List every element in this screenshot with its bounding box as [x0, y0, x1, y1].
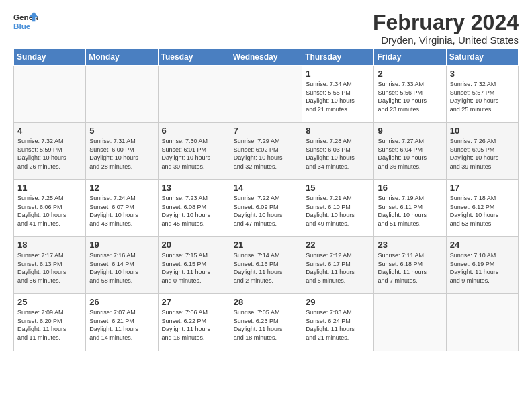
day-info: Sunrise: 7:17 AM Sunset: 6:13 PM Dayligh… — [17, 251, 83, 285]
day-number: 22 — [306, 240, 371, 250]
day-number: 5 — [89, 126, 154, 136]
day-info: Sunrise: 7:27 AM Sunset: 6:04 PM Dayligh… — [378, 137, 443, 171]
calendar-day — [230, 66, 302, 123]
calendar-week-4: 18Sunrise: 7:17 AM Sunset: 6:13 PM Dayli… — [14, 237, 519, 294]
day-info: Sunrise: 7:32 AM Sunset: 5:57 PM Dayligh… — [450, 80, 515, 113]
calendar-day — [446, 294, 518, 351]
day-info: Sunrise: 7:07 AM Sunset: 6:21 PM Dayligh… — [89, 308, 154, 342]
day-number: 15 — [306, 183, 371, 193]
calendar-week-5: 25Sunrise: 7:09 AM Sunset: 6:20 PM Dayli… — [14, 294, 519, 351]
day-number: 2 — [378, 68, 443, 79]
day-info: Sunrise: 7:26 AM Sunset: 6:05 PM Dayligh… — [450, 137, 515, 171]
header-row: Sunday Monday Tuesday Wednesday Thursday… — [14, 49, 519, 66]
day-number: 29 — [306, 297, 371, 307]
day-info: Sunrise: 7:15 AM Sunset: 6:15 PM Dayligh… — [162, 251, 227, 285]
day-info: Sunrise: 7:03 AM Sunset: 6:24 PM Dayligh… — [306, 308, 371, 342]
day-number: 26 — [89, 297, 154, 307]
calendar-week-3: 11Sunrise: 7:25 AM Sunset: 6:06 PM Dayli… — [14, 180, 519, 237]
day-info: Sunrise: 7:05 AM Sunset: 6:23 PM Dayligh… — [234, 308, 299, 342]
day-info: Sunrise: 7:09 AM Sunset: 6:20 PM Dayligh… — [17, 308, 83, 342]
calendar-day: 26Sunrise: 7:07 AM Sunset: 6:21 PM Dayli… — [86, 294, 158, 351]
day-info: Sunrise: 7:31 AM Sunset: 6:00 PM Dayligh… — [89, 137, 154, 171]
col-thursday: Thursday — [302, 49, 374, 66]
day-number: 6 — [162, 126, 227, 136]
month-title: February 2024 — [373, 11, 519, 34]
calendar-week-2: 4Sunrise: 7:32 AM Sunset: 5:59 PM Daylig… — [14, 123, 519, 180]
calendar-day: 4Sunrise: 7:32 AM Sunset: 5:59 PM Daylig… — [14, 123, 86, 180]
day-number: 25 — [17, 297, 83, 307]
calendar-day — [374, 294, 446, 351]
col-wednesday: Wednesday — [230, 49, 302, 66]
col-sunday: Sunday — [14, 49, 86, 66]
day-number: 12 — [89, 183, 154, 193]
calendar-week-1: 1Sunrise: 7:34 AM Sunset: 5:55 PM Daylig… — [14, 66, 519, 123]
calendar-day: 28Sunrise: 7:05 AM Sunset: 6:23 PM Dayli… — [230, 294, 302, 351]
calendar-day: 27Sunrise: 7:06 AM Sunset: 6:22 PM Dayli… — [158, 294, 230, 351]
col-friday: Friday — [374, 49, 446, 66]
day-info: Sunrise: 7:22 AM Sunset: 6:09 PM Dayligh… — [234, 194, 299, 228]
day-info: Sunrise: 7:21 AM Sunset: 6:10 PM Dayligh… — [306, 194, 371, 228]
day-number: 9 — [378, 126, 443, 136]
title-block: February 2024 Dryden, Virginia, United S… — [373, 11, 519, 46]
day-info: Sunrise: 7:28 AM Sunset: 6:03 PM Dayligh… — [306, 137, 371, 171]
calendar-day: 3Sunrise: 7:32 AM Sunset: 5:57 PM Daylig… — [446, 66, 518, 123]
calendar-day: 7Sunrise: 7:29 AM Sunset: 6:02 PM Daylig… — [230, 123, 302, 180]
day-info: Sunrise: 7:14 AM Sunset: 6:16 PM Dayligh… — [234, 251, 299, 285]
calendar-day: 22Sunrise: 7:12 AM Sunset: 6:17 PM Dayli… — [302, 237, 374, 294]
day-number: 17 — [450, 183, 515, 193]
calendar-day: 21Sunrise: 7:14 AM Sunset: 6:16 PM Dayli… — [230, 237, 302, 294]
calendar-day: 16Sunrise: 7:19 AM Sunset: 6:11 PM Dayli… — [374, 180, 446, 237]
calendar-day: 1Sunrise: 7:34 AM Sunset: 5:55 PM Daylig… — [302, 66, 374, 123]
calendar-day: 9Sunrise: 7:27 AM Sunset: 6:04 PM Daylig… — [374, 123, 446, 180]
calendar-day: 23Sunrise: 7:11 AM Sunset: 6:18 PM Dayli… — [374, 237, 446, 294]
main-container: General Blue February 2024 Dryden, Virgi… — [0, 0, 532, 358]
calendar-day — [86, 66, 158, 123]
day-number: 7 — [234, 126, 299, 136]
day-number: 14 — [234, 183, 299, 193]
day-number: 11 — [17, 183, 83, 193]
day-info: Sunrise: 7:06 AM Sunset: 6:22 PM Dayligh… — [162, 308, 227, 342]
day-info: Sunrise: 7:25 AM Sunset: 6:06 PM Dayligh… — [17, 194, 83, 228]
calendar-day: 24Sunrise: 7:10 AM Sunset: 6:19 PM Dayli… — [446, 237, 518, 294]
header: General Blue February 2024 Dryden, Virgi… — [13, 11, 519, 46]
calendar-table: Sunday Monday Tuesday Wednesday Thursday… — [13, 48, 519, 351]
day-info: Sunrise: 7:30 AM Sunset: 6:01 PM Dayligh… — [162, 137, 227, 171]
day-info: Sunrise: 7:11 AM Sunset: 6:18 PM Dayligh… — [378, 251, 443, 285]
location: Dryden, Virginia, United States — [373, 34, 519, 46]
day-number: 8 — [306, 126, 371, 136]
day-info: Sunrise: 7:16 AM Sunset: 6:14 PM Dayligh… — [89, 251, 154, 285]
calendar-day: 19Sunrise: 7:16 AM Sunset: 6:14 PM Dayli… — [86, 237, 158, 294]
calendar-day: 17Sunrise: 7:18 AM Sunset: 6:12 PM Dayli… — [446, 180, 518, 237]
day-info: Sunrise: 7:12 AM Sunset: 6:17 PM Dayligh… — [306, 251, 371, 285]
calendar-day: 13Sunrise: 7:23 AM Sunset: 6:08 PM Dayli… — [158, 180, 230, 237]
day-info: Sunrise: 7:23 AM Sunset: 6:08 PM Dayligh… — [162, 194, 227, 228]
day-number: 18 — [17, 240, 83, 250]
day-info: Sunrise: 7:32 AM Sunset: 5:59 PM Dayligh… — [17, 137, 83, 171]
calendar-day — [158, 66, 230, 123]
calendar-day: 10Sunrise: 7:26 AM Sunset: 6:05 PM Dayli… — [446, 123, 518, 180]
day-number: 24 — [450, 240, 515, 250]
calendar-day: 8Sunrise: 7:28 AM Sunset: 6:03 PM Daylig… — [302, 123, 374, 180]
day-number: 4 — [17, 126, 83, 136]
calendar-day: 25Sunrise: 7:09 AM Sunset: 6:20 PM Dayli… — [14, 294, 86, 351]
logo-icon: General Blue — [13, 11, 38, 35]
day-number: 27 — [162, 297, 227, 307]
day-number: 20 — [162, 240, 227, 250]
calendar-day: 20Sunrise: 7:15 AM Sunset: 6:15 PM Dayli… — [158, 237, 230, 294]
day-number: 19 — [89, 240, 154, 250]
col-tuesday: Tuesday — [158, 49, 230, 66]
day-number: 10 — [450, 126, 515, 136]
col-monday: Monday — [86, 49, 158, 66]
day-info: Sunrise: 7:34 AM Sunset: 5:55 PM Dayligh… — [306, 80, 371, 113]
calendar-day: 12Sunrise: 7:24 AM Sunset: 6:07 PM Dayli… — [86, 180, 158, 237]
day-info: Sunrise: 7:19 AM Sunset: 6:11 PM Dayligh… — [378, 194, 443, 228]
day-info: Sunrise: 7:29 AM Sunset: 6:02 PM Dayligh… — [234, 137, 299, 171]
logo: General Blue — [13, 11, 38, 35]
calendar-day: 15Sunrise: 7:21 AM Sunset: 6:10 PM Dayli… — [302, 180, 374, 237]
day-number: 28 — [234, 297, 299, 307]
calendar-day: 14Sunrise: 7:22 AM Sunset: 6:09 PM Dayli… — [230, 180, 302, 237]
calendar-day — [14, 66, 86, 123]
day-info: Sunrise: 7:33 AM Sunset: 5:56 PM Dayligh… — [378, 80, 443, 113]
calendar-day: 6Sunrise: 7:30 AM Sunset: 6:01 PM Daylig… — [158, 123, 230, 180]
day-number: 16 — [378, 183, 443, 193]
